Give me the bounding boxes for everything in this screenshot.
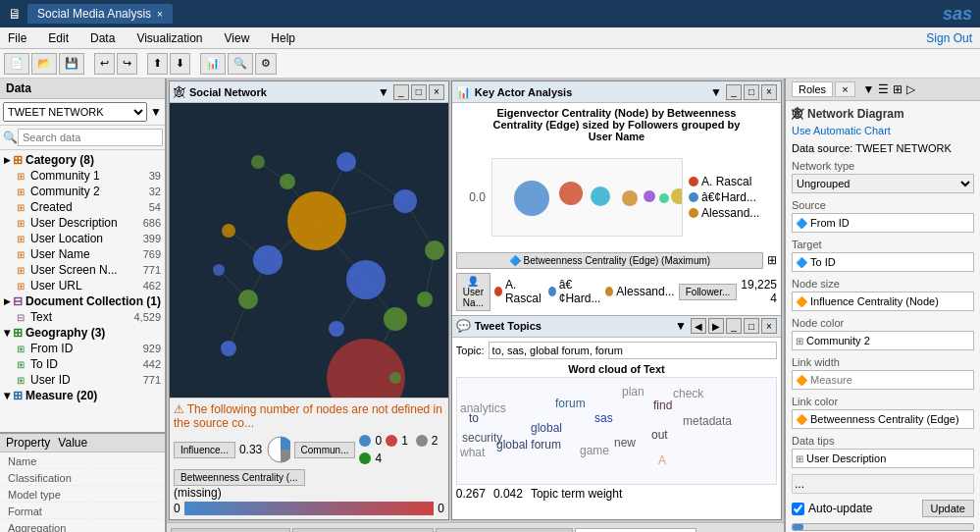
- toolbar-redo-btn[interactable]: ↪: [117, 53, 137, 75]
- legend-label-0: 0: [375, 434, 382, 448]
- menu-help[interactable]: Help: [267, 29, 299, 47]
- toolbar-open-btn[interactable]: 📂: [31, 53, 57, 75]
- main-tab[interactable]: Social Media Analysis ×: [27, 4, 173, 24]
- roles-tab-roles[interactable]: Roles: [792, 81, 833, 97]
- tweet-next-btn[interactable]: ▶: [708, 318, 724, 334]
- auto-update-checkbox[interactable]: [792, 503, 804, 515]
- maximize-btn[interactable]: □: [411, 84, 427, 100]
- tree-doc-group[interactable]: ▸ ⊟ Document Collection (1): [2, 293, 163, 309]
- tab-social-network[interactable]: 🕸 Social Network ×: [575, 528, 696, 532]
- toolbar-new-btn[interactable]: 📄: [4, 53, 29, 75]
- ka-bubbles-svg: [492, 159, 682, 236]
- menu-data[interactable]: Data: [86, 29, 119, 47]
- data-tips-input[interactable]: [806, 450, 970, 467]
- ka-maximize-btn[interactable]: □: [744, 84, 759, 100]
- betweenness-row: Betweenness Centrality (... (missing): [174, 469, 444, 500]
- tree-measure-group[interactable]: ▾ ⊞ Measure (20): [2, 388, 163, 403]
- tree-item-user-name[interactable]: ⊞ User Name 769: [12, 246, 163, 262]
- toolbar-save-btn[interactable]: 💾: [59, 53, 84, 75]
- ka-betweenness-btn[interactable]: 🔷 Betweenness Centrality (Edge) (Maximum…: [456, 252, 763, 269]
- menu-file[interactable]: File: [4, 29, 30, 47]
- svg-point-28: [221, 341, 236, 356]
- roles-view-icon[interactable]: ☰: [878, 82, 889, 96]
- data-source-select[interactable]: TWEET NETWORK: [3, 102, 147, 122]
- tree-item-to-id[interactable]: ⊞ To ID 442: [12, 356, 163, 372]
- roles-grid-icon[interactable]: ⊞: [893, 82, 903, 96]
- tree-item-user-url[interactable]: ⊞ User URL 462: [12, 278, 163, 293]
- ka-minimize-btn[interactable]: _: [726, 84, 742, 100]
- update-button[interactable]: Update: [922, 500, 974, 517]
- app-icon: 🖥: [8, 6, 22, 22]
- toolbar-undo-btn[interactable]: ↩: [94, 53, 115, 75]
- ka-filter-btn[interactable]: ▼: [710, 85, 722, 99]
- network-type-select[interactable]: Ungrouped Grouped: [792, 174, 974, 193]
- tweet-close-btn[interactable]: ×: [761, 318, 777, 334]
- user-name-btn[interactable]: 👤 User Na...: [456, 273, 490, 311]
- toolbar-chart-btn[interactable]: 📊: [200, 53, 226, 75]
- tab-close-icon[interactable]: ×: [157, 9, 163, 20]
- ka-expand-btn[interactable]: ⊞: [767, 253, 777, 267]
- tree-label-category: Category (8): [26, 153, 94, 167]
- tree-category-group[interactable]: ▸ ⊞ Category (8): [2, 152, 163, 168]
- filter-btn[interactable]: ▼: [378, 85, 389, 99]
- minimize-btn[interactable]: _: [393, 84, 409, 100]
- follower-btn[interactable]: Follower...: [679, 284, 738, 300]
- tab-community-sizes[interactable]: 📊 Community Sizes ×: [436, 528, 573, 532]
- auto-chart-link[interactable]: Use Automatic Chart: [792, 125, 974, 136]
- tweet-prev-btn[interactable]: ◀: [691, 318, 706, 334]
- community-btn[interactable]: Commun...: [294, 442, 356, 458]
- tree-item-community1[interactable]: ⊞ Community 1 39: [12, 168, 163, 184]
- link-width-input[interactable]: [810, 371, 970, 389]
- tree-item-user-loc[interactable]: ⊞ User Location 399: [12, 231, 163, 246]
- tweet-minimize-btn[interactable]: _: [726, 318, 742, 334]
- menu-visualization[interactable]: Visualization: [132, 29, 206, 47]
- roles-more-icon[interactable]: ▷: [906, 82, 915, 96]
- link-color-input[interactable]: [810, 410, 970, 428]
- roles-tab-close[interactable]: ×: [835, 81, 854, 97]
- svg-point-42: [644, 190, 655, 202]
- target-input[interactable]: [810, 253, 970, 271]
- tweet-window-controls: ◀ ▶ _ □ ×: [691, 318, 777, 334]
- ka-values: 19,225 4: [741, 278, 777, 305]
- close-btn[interactable]: ×: [429, 84, 444, 100]
- tree-item-user-id[interactable]: ⊞ User ID 771: [12, 372, 163, 388]
- node-color-input[interactable]: [806, 332, 970, 349]
- tab-tweets-over-time[interactable]: 📈 Tweets Over Time ×: [292, 528, 434, 532]
- tree-item-created[interactable]: ⊞ Created 54: [12, 199, 163, 215]
- prop-label-agg: Aggregation: [2, 521, 90, 532]
- tweet-icon: 💬: [456, 319, 471, 333]
- prop-val-model: [92, 488, 163, 503]
- legend-item-3: Alessand...: [689, 206, 777, 220]
- toolbar-export-btn[interactable]: ⬇: [170, 53, 190, 75]
- toolbar-import-btn[interactable]: ⬆: [147, 53, 168, 75]
- tree-geo-group[interactable]: ▾ ⊞ Geography (3): [2, 325, 163, 341]
- tree-item-from-id[interactable]: ⊞ From ID 929: [12, 341, 163, 356]
- tree-item-text[interactable]: ⊟ Text 4,529: [12, 309, 163, 325]
- tweet-filter-btn[interactable]: ▼: [675, 319, 687, 333]
- roles-content: 🕸 Network Diagram Use Automatic Chart Da…: [786, 101, 980, 532]
- ka-betweenness-row: 🔷 Betweenness Centrality (Edge) (Maximum…: [456, 252, 777, 269]
- tab-tweet-volume[interactable]: 📊 Tweet Volume ×: [171, 528, 290, 532]
- tree-item-community2[interactable]: ⊞ Community 2 32: [12, 184, 163, 199]
- filter-icon[interactable]: ▼: [150, 105, 162, 119]
- sign-out-link[interactable]: Sign Out: [922, 29, 976, 47]
- influence-btn[interactable]: Influence...: [174, 442, 235, 458]
- link-color-icon: 🔶: [796, 414, 807, 425]
- tree-item-user-desc[interactable]: ⊞ User Description 686: [12, 215, 163, 231]
- node-size-input[interactable]: [810, 293, 970, 310]
- toolbar-filter-btn[interactable]: 🔍: [228, 53, 253, 75]
- menu-view[interactable]: View: [221, 29, 254, 47]
- search-input[interactable]: [18, 129, 163, 146]
- topic-input[interactable]: [489, 342, 777, 359]
- ka-close-btn[interactable]: ×: [761, 84, 777, 100]
- toolbar-settings-btn[interactable]: ⚙: [255, 53, 277, 75]
- tree-item-user-screen[interactable]: ⊞ User Screen N... 771: [12, 262, 163, 278]
- node-size-label: Node size: [792, 278, 974, 290]
- item-label: User Name: [30, 247, 90, 261]
- tweet-maximize-btn[interactable]: □: [744, 318, 759, 334]
- betweenness-btn[interactable]: Betweenness Centrality (...: [174, 469, 305, 486]
- menu-edit[interactable]: Edit: [44, 29, 73, 47]
- roles-header: Roles × ▼ ☰ ⊞ ▷: [786, 79, 980, 101]
- roles-filter-icon[interactable]: ▼: [863, 82, 875, 96]
- source-input[interactable]: [810, 214, 970, 232]
